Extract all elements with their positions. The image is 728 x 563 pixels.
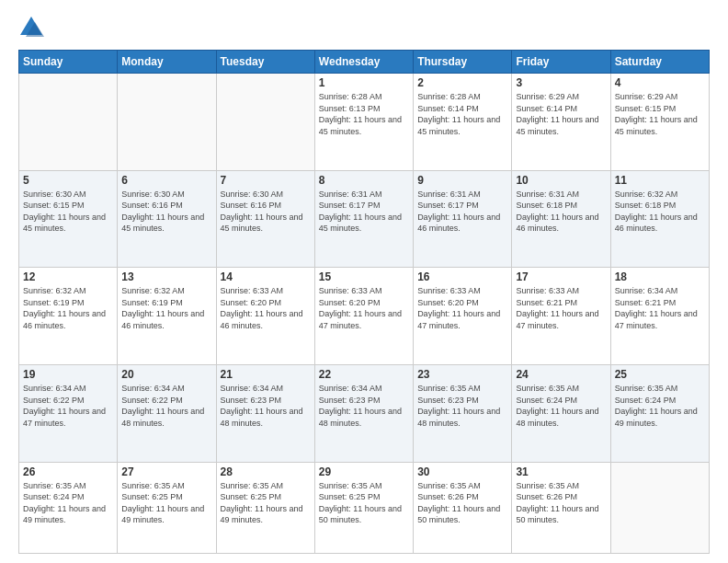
calendar-cell: 28Sunrise: 6:35 AMSunset: 6:25 PMDayligh…: [216, 462, 314, 553]
weekday-header-saturday: Saturday: [610, 51, 709, 74]
day-number: 27: [121, 465, 211, 478]
day-info: Sunrise: 6:35 AMSunset: 6:26 PMDaylight:…: [417, 480, 507, 526]
week-row-5: 26Sunrise: 6:35 AMSunset: 6:24 PMDayligh…: [19, 462, 710, 553]
day-number: 12: [23, 270, 113, 283]
day-number: 19: [23, 368, 113, 381]
day-info: Sunrise: 6:34 AMSunset: 6:22 PMDaylight:…: [23, 383, 113, 429]
weekday-header-row: SundayMondayTuesdayWednesdayThursdayFrid…: [19, 51, 710, 74]
calendar-cell: 7Sunrise: 6:30 AMSunset: 6:16 PMDaylight…: [216, 170, 314, 268]
day-info: Sunrise: 6:33 AMSunset: 6:20 PMDaylight:…: [319, 285, 409, 331]
day-info: Sunrise: 6:29 AMSunset: 6:14 PMDaylight:…: [516, 91, 606, 137]
day-info: Sunrise: 6:30 AMSunset: 6:15 PMDaylight:…: [23, 189, 113, 235]
day-number: 23: [417, 368, 507, 381]
day-info: Sunrise: 6:35 AMSunset: 6:24 PMDaylight:…: [23, 480, 113, 526]
calendar-cell: 9Sunrise: 6:31 AMSunset: 6:17 PMDaylight…: [414, 170, 512, 268]
calendar-cell: 3Sunrise: 6:29 AMSunset: 6:14 PMDaylight…: [512, 74, 610, 171]
calendar-cell: 10Sunrise: 6:31 AMSunset: 6:18 PMDayligh…: [512, 170, 610, 268]
day-number: 18: [615, 270, 705, 283]
day-number: 29: [319, 465, 409, 478]
day-number: 5: [23, 174, 113, 187]
day-number: 22: [319, 368, 409, 381]
day-number: 13: [121, 270, 211, 283]
day-number: 25: [615, 368, 705, 381]
day-info: Sunrise: 6:33 AMSunset: 6:20 PMDaylight:…: [417, 285, 507, 331]
calendar-cell: 14Sunrise: 6:33 AMSunset: 6:20 PMDayligh…: [216, 268, 314, 365]
calendar-cell: 29Sunrise: 6:35 AMSunset: 6:25 PMDayligh…: [314, 462, 413, 553]
day-number: 9: [417, 174, 507, 187]
day-info: Sunrise: 6:33 AMSunset: 6:20 PMDaylight:…: [221, 285, 311, 331]
week-row-2: 5Sunrise: 6:30 AMSunset: 6:15 PMDaylight…: [19, 170, 710, 268]
day-number: 30: [417, 465, 507, 478]
calendar-cell: 11Sunrise: 6:32 AMSunset: 6:18 PMDayligh…: [610, 170, 709, 268]
calendar-cell: 23Sunrise: 6:35 AMSunset: 6:23 PMDayligh…: [414, 364, 512, 462]
day-info: Sunrise: 6:31 AMSunset: 6:18 PMDaylight:…: [516, 189, 606, 235]
calendar-cell: 5Sunrise: 6:30 AMSunset: 6:15 PMDaylight…: [19, 170, 118, 268]
calendar-cell: 25Sunrise: 6:35 AMSunset: 6:24 PMDayligh…: [610, 364, 709, 462]
calendar-cell: 22Sunrise: 6:34 AMSunset: 6:23 PMDayligh…: [314, 364, 413, 462]
day-info: Sunrise: 6:34 AMSunset: 6:21 PMDaylight:…: [615, 285, 705, 331]
weekday-header-sunday: Sunday: [19, 51, 118, 74]
calendar-cell: 20Sunrise: 6:34 AMSunset: 6:22 PMDayligh…: [118, 364, 216, 462]
page: SundayMondayTuesdayWednesdayThursdayFrid…: [0, 0, 728, 563]
day-info: Sunrise: 6:34 AMSunset: 6:23 PMDaylight:…: [319, 383, 409, 429]
day-info: Sunrise: 6:35 AMSunset: 6:25 PMDaylight:…: [319, 480, 409, 526]
day-number: 28: [221, 465, 311, 478]
day-info: Sunrise: 6:35 AMSunset: 6:26 PMDaylight:…: [516, 480, 606, 526]
day-info: Sunrise: 6:35 AMSunset: 6:25 PMDaylight:…: [121, 480, 211, 526]
day-info: Sunrise: 6:31 AMSunset: 6:17 PMDaylight:…: [417, 189, 507, 235]
calendar-cell: 12Sunrise: 6:32 AMSunset: 6:19 PMDayligh…: [19, 268, 118, 365]
day-number: 3: [516, 76, 606, 89]
calendar-cell: 8Sunrise: 6:31 AMSunset: 6:17 PMDaylight…: [314, 170, 413, 268]
day-info: Sunrise: 6:34 AMSunset: 6:23 PMDaylight:…: [221, 383, 311, 429]
calendar-cell: 27Sunrise: 6:35 AMSunset: 6:25 PMDayligh…: [118, 462, 216, 553]
weekday-header-tuesday: Tuesday: [216, 51, 314, 74]
week-row-3: 12Sunrise: 6:32 AMSunset: 6:19 PMDayligh…: [19, 268, 710, 365]
day-number: 2: [417, 76, 507, 89]
day-number: 15: [319, 270, 409, 283]
day-info: Sunrise: 6:35 AMSunset: 6:23 PMDaylight:…: [417, 383, 507, 429]
calendar-cell: 19Sunrise: 6:34 AMSunset: 6:22 PMDayligh…: [19, 364, 118, 462]
week-row-1: 1Sunrise: 6:28 AMSunset: 6:13 PMDaylight…: [19, 74, 710, 171]
day-number: 17: [516, 270, 606, 283]
calendar-cell: 13Sunrise: 6:32 AMSunset: 6:19 PMDayligh…: [118, 268, 216, 365]
day-info: Sunrise: 6:34 AMSunset: 6:22 PMDaylight:…: [121, 383, 211, 429]
calendar-cell: 21Sunrise: 6:34 AMSunset: 6:23 PMDayligh…: [216, 364, 314, 462]
calendar: SundayMondayTuesdayWednesdayThursdayFrid…: [18, 50, 710, 554]
weekday-header-thursday: Thursday: [414, 51, 512, 74]
calendar-cell: 17Sunrise: 6:33 AMSunset: 6:21 PMDayligh…: [512, 268, 610, 365]
day-number: 7: [221, 174, 311, 187]
week-row-4: 19Sunrise: 6:34 AMSunset: 6:22 PMDayligh…: [19, 364, 710, 462]
day-number: 8: [319, 174, 409, 187]
day-number: 1: [319, 76, 409, 89]
calendar-cell: 15Sunrise: 6:33 AMSunset: 6:20 PMDayligh…: [314, 268, 413, 365]
calendar-cell: 18Sunrise: 6:34 AMSunset: 6:21 PMDayligh…: [610, 268, 709, 365]
day-number: 24: [516, 368, 606, 381]
day-info: Sunrise: 6:32 AMSunset: 6:19 PMDaylight:…: [23, 285, 113, 331]
day-info: Sunrise: 6:32 AMSunset: 6:18 PMDaylight:…: [615, 189, 705, 235]
day-number: 31: [516, 465, 606, 478]
day-info: Sunrise: 6:35 AMSunset: 6:24 PMDaylight:…: [615, 383, 705, 429]
day-number: 20: [121, 368, 211, 381]
logo: [18, 15, 48, 40]
day-info: Sunrise: 6:29 AMSunset: 6:15 PMDaylight:…: [615, 91, 705, 137]
calendar-cell: 6Sunrise: 6:30 AMSunset: 6:16 PMDaylight…: [118, 170, 216, 268]
calendar-cell: 2Sunrise: 6:28 AMSunset: 6:14 PMDaylight…: [414, 74, 512, 171]
day-number: 26: [23, 465, 113, 478]
day-info: Sunrise: 6:30 AMSunset: 6:16 PMDaylight:…: [121, 189, 211, 235]
day-number: 16: [417, 270, 507, 283]
day-info: Sunrise: 6:30 AMSunset: 6:16 PMDaylight:…: [221, 189, 311, 235]
day-number: 6: [121, 174, 211, 187]
day-number: 11: [615, 174, 705, 187]
calendar-cell: [610, 462, 709, 553]
day-info: Sunrise: 6:32 AMSunset: 6:19 PMDaylight:…: [121, 285, 211, 331]
calendar-cell: 31Sunrise: 6:35 AMSunset: 6:26 PMDayligh…: [512, 462, 610, 553]
day-info: Sunrise: 6:35 AMSunset: 6:24 PMDaylight:…: [516, 383, 606, 429]
weekday-header-wednesday: Wednesday: [314, 51, 413, 74]
calendar-cell: 24Sunrise: 6:35 AMSunset: 6:24 PMDayligh…: [512, 364, 610, 462]
calendar-cell: [216, 74, 314, 171]
day-info: Sunrise: 6:31 AMSunset: 6:17 PMDaylight:…: [319, 189, 409, 235]
logo-icon: [18, 15, 44, 40]
day-info: Sunrise: 6:35 AMSunset: 6:25 PMDaylight:…: [221, 480, 311, 526]
day-number: 4: [615, 76, 705, 89]
day-number: 10: [516, 174, 606, 187]
